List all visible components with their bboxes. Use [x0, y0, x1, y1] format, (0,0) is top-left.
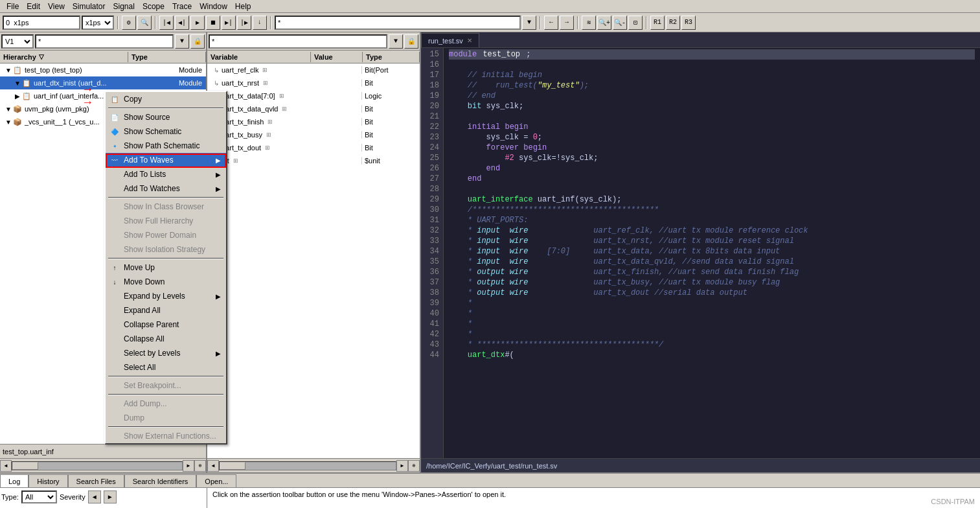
- ctx-move-up[interactable]: ↑ Move Up: [106, 260, 226, 275]
- toolbar-btn-fwd[interactable]: →: [560, 16, 574, 30]
- bottom-tab-log[interactable]: Log: [0, 474, 28, 487]
- scroll-left-mid[interactable]: ◀: [207, 460, 219, 472]
- var-scope-btn[interactable]: ▼: [389, 34, 403, 49]
- toolbar-btn-r2[interactable]: R2: [666, 16, 680, 30]
- sim-time-input[interactable]: [3, 16, 80, 30]
- ctx-add-to-lists[interactable]: Add To Lists ▶: [106, 167, 226, 181]
- toolbar-btn-wave[interactable]: ≋: [582, 16, 596, 30]
- menu-window[interactable]: Window: [196, 1, 231, 12]
- scope-expand-btn[interactable]: ▼: [175, 34, 189, 49]
- var-exp-5[interactable]: ⊞: [265, 117, 275, 127]
- toolbar-btn-down[interactable]: ↓: [253, 16, 267, 30]
- bottom-tab-search-files[interactable]: Search Files: [68, 474, 124, 487]
- var-item-uart-tx-dout[interactable]: ↳uart_tx_dout ⊞ Bit: [207, 141, 420, 154]
- type-select[interactable]: All: [21, 491, 57, 503]
- var-item-uart-tx-finish[interactable]: ↳uart_tx_finish ⊞ Bit: [207, 115, 420, 128]
- var-item-uart-tx-busy[interactable]: ↳uart_tx_busy ⊞ Bit: [207, 128, 420, 141]
- ctx-add-to-watches[interactable]: Add To Watches ▶: [106, 181, 226, 196]
- nav-next[interactable]: ▶: [104, 491, 117, 503]
- toolbar-btn-stop[interactable]: ⏹: [206, 16, 220, 30]
- toolbar-btn-step-back[interactable]: ◀|: [175, 16, 189, 30]
- ctx-show-schematic[interactable]: 🔷 Show Schematic: [106, 124, 226, 139]
- expand-test-top[interactable]: ▼: [4, 65, 13, 75]
- ctx-move-down[interactable]: ↓ Move Down: [106, 275, 226, 289]
- bottom-tab-search-ids[interactable]: Search Identifiers: [124, 474, 197, 487]
- var-item-unit[interactable]: $unit ⊞ $unit: [207, 154, 420, 167]
- toolbar-btn-zoom-out[interactable]: 🔍-: [613, 16, 627, 30]
- expand-uart-inf[interactable]: ▶: [13, 91, 22, 100]
- menu-file[interactable]: File: [3, 1, 23, 12]
- bottom-tab-open[interactable]: Open...: [196, 474, 236, 487]
- scroll-end-btn[interactable]: ⊕: [194, 460, 206, 472]
- ctx-copy[interactable]: 📋 Copy: [106, 92, 226, 106]
- scope-lock-btn[interactable]: 🔒: [190, 34, 205, 49]
- ctx-collapse-parent[interactable]: Collapse Parent: [106, 318, 226, 332]
- var-item-uart-tx-data[interactable]: ↳uart_tx_data[7:0] ⊞ Logic: [207, 89, 420, 102]
- var-lock-btn[interactable]: 🔒: [404, 34, 418, 49]
- var-exp-1[interactable]: ⊞: [260, 65, 270, 75]
- var-item-uart-ref-clk[interactable]: ↳uart_ref_clk ⊞ Bit(Port: [207, 64, 420, 76]
- toolbar-btn-fit[interactable]: ⊡: [628, 16, 643, 30]
- var-exp-3[interactable]: ⊞: [277, 91, 287, 101]
- ctx-expand-all[interactable]: Expand All: [106, 303, 226, 318]
- menu-view[interactable]: View: [44, 1, 69, 12]
- toolbar-btn-search[interactable]: 🔍: [137, 16, 152, 30]
- var-exp-8[interactable]: ⊞: [231, 156, 241, 166]
- scope-input[interactable]: [35, 34, 174, 49]
- ctx-add-to-waves[interactable]: 〰 Add To Waves ▶: [106, 153, 226, 167]
- var-exp-7[interactable]: ⊞: [262, 143, 273, 153]
- tab-close-btn[interactable]: ✕: [467, 37, 472, 44]
- scroll-track-mid[interactable]: [219, 461, 396, 470]
- expand-uart-dtx[interactable]: ▼: [13, 78, 22, 87]
- var-item-uart-tx-data-qvld[interactable]: ↳uart_tx_data_qvld ⊞ Bit: [207, 102, 420, 115]
- var-item-uart-tx-nrst[interactable]: ↳uart_tx_nrst ⊞ Bit: [207, 76, 420, 89]
- toolbar-btn-zoom-in[interactable]: 🔍+: [597, 16, 611, 30]
- code-tab-run-test[interactable]: run_test.sv ✕: [421, 33, 479, 47]
- ln-21: 21: [421, 111, 439, 122]
- ctx-expand-levels[interactable]: Expand by Levels ▶: [106, 289, 226, 303]
- h-scrollbar-left: ◀ ▶ ⊕: [0, 458, 206, 472]
- menu-trace[interactable]: Trace: [168, 1, 196, 12]
- code-content[interactable]: module test_top ; // initial begin // ru…: [444, 48, 980, 458]
- var-exp-6[interactable]: ⊞: [264, 130, 274, 140]
- scroll-right-btn[interactable]: ▶: [183, 460, 194, 472]
- var-scope-input[interactable]: [209, 34, 387, 49]
- menu-signal[interactable]: Signal: [109, 1, 139, 12]
- ctx-add-dump: Add Dump...: [106, 397, 226, 411]
- scroll-right-mid[interactable]: ▶: [396, 460, 408, 472]
- menu-simulator[interactable]: Simulator: [69, 1, 109, 12]
- toolbar-btn-play[interactable]: |◀: [159, 16, 174, 30]
- toolbar-btn-back[interactable]: ←: [544, 16, 558, 30]
- menu-help[interactable]: Help: [231, 1, 255, 12]
- scope-path-input[interactable]: [275, 16, 521, 30]
- scroll-track-left[interactable]: [12, 461, 183, 470]
- tree-item-uart-dtx[interactable]: ▼ 📋 uart_dtx_inist (uart_d... Module: [0, 76, 206, 89]
- toolbar-btn-1[interactable]: ⚙: [122, 16, 136, 30]
- ln-27: 27: [421, 174, 439, 184]
- nav-prev[interactable]: ◀: [88, 491, 101, 503]
- toolbar-btn-forward[interactable]: |▶: [237, 16, 251, 30]
- menu-edit[interactable]: Edit: [23, 1, 44, 12]
- expand-vcs-unit[interactable]: ▼: [4, 117, 13, 126]
- var-exp-4[interactable]: ⊞: [279, 104, 290, 114]
- toolbar-btn-r3[interactable]: R3: [681, 16, 696, 30]
- ctx-select-levels[interactable]: Select by Levels ▶: [106, 346, 226, 360]
- toolbar-btn-r1[interactable]: R1: [650, 16, 665, 30]
- toolbar-btn-scope[interactable]: ▼: [522, 16, 536, 30]
- scroll-end-mid[interactable]: ⊕: [408, 460, 420, 472]
- bottom-tab-history[interactable]: History: [28, 474, 67, 487]
- toolbar-btn-step[interactable]: ▶|: [222, 16, 236, 30]
- ctx-select-all[interactable]: Select All: [106, 360, 226, 375]
- toolbar-btn-run[interactable]: ▶: [190, 16, 205, 30]
- var-exp-2[interactable]: ⊞: [260, 78, 271, 88]
- expand-uvm-pkg[interactable]: ▼: [4, 104, 13, 113]
- scroll-left-btn[interactable]: ◀: [0, 460, 12, 472]
- ctx-collapse-all[interactable]: Collapse All: [106, 332, 226, 346]
- tree-item-test-top[interactable]: ▼ 📋 test_top (test_top) Module: [0, 64, 206, 76]
- ctx-show-path-schematic[interactable]: 🔹 Show Path Schematic: [106, 139, 226, 153]
- time-unit-select[interactable]: x1ps: [82, 16, 114, 30]
- menu-scope[interactable]: Scope: [139, 1, 168, 12]
- v1-select[interactable]: V1: [1, 34, 34, 49]
- ctx-show-source[interactable]: 📄 Show Source: [106, 110, 226, 124]
- hierarchy-filter-icon[interactable]: ▽: [39, 53, 44, 60]
